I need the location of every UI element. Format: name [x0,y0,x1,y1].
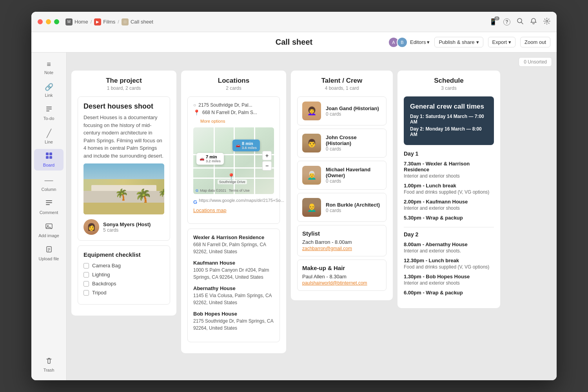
sidebar-item-trash[interactable]: Trash [34,354,64,376]
makeup-email[interactable]: paulshairworld@btinternet.com [302,280,381,286]
sidebar-item-note[interactable]: ≡ Note [34,57,64,78]
breadcrumb-home[interactable]: M Home [65,18,88,25]
talent-name-michael: Michael Haverland (Owner) [326,167,381,178]
breadcrumb: M Home / ▶ Films / □ Call sheet [65,18,153,25]
sidebar-item-board[interactable]: Board [34,149,64,171]
breadcrumb-films[interactable]: ▶ Films [94,18,115,25]
fullscreen-button[interactable] [54,19,59,24]
schedule-entry-d2-4: 6.00pm - Wrap & packup [404,290,494,296]
add-image-icon [45,223,53,232]
callsheet-icon: □ [122,18,129,25]
map-address-1: ○ 2175 Southridge Dr, Pal... [193,102,274,108]
titlebar-right: 📱 0 ? [489,18,550,26]
svg-rect-8 [46,156,49,159]
avatar-2: B [397,37,408,48]
talent-subtitle: 4 boards, 1 card [297,85,387,91]
sort-bar: 0 Unsorted [71,57,552,67]
device-badge: 0 [494,16,499,20]
day1-title: Day 1 [404,151,494,157]
talent-card-ron[interactable]: 👨‍🦲 Ron Burkle (Architect) 0 cards [297,193,387,222]
talent-card-joan[interactable]: 👩‍🦱 Joan Gand (Historian) 0 cards [297,96,387,125]
zoom-out-button[interactable]: Zoom out [520,37,550,47]
project-header: The project 1 board, 2 cards [78,77,170,91]
checklist-title: Equipment checklist [83,251,164,258]
talent-cards-michael: 0 cards [326,178,381,184]
app-window: M Home / ▶ Films / □ Call sheet 📱 0 ? [31,12,557,380]
schedule-header: Schedule 3 cards [404,77,494,91]
avatar-joan: 👩‍🦱 [302,102,321,120]
sidebar-item-upload[interactable]: Upload file [34,243,64,264]
export-button[interactable]: Export ▾ [488,37,516,47]
location-entry-4: Bob Hopes House 2175 Southridge Dr, Palm… [193,311,274,332]
device-icon[interactable]: 📱 0 [489,18,497,25]
home-label: Home [74,19,88,25]
locations-board: Locations 2 cards ○ 2175 Southridge Dr, … [181,71,286,353]
bell-icon[interactable] [530,18,537,26]
schedule-board: Schedule 3 cards General crew call times… [397,71,500,308]
settings-icon[interactable] [543,18,550,26]
main-area: ≡ Note 🔗 Link To-do ╱ Line [31,53,557,380]
publish-share-button[interactable]: Publish & share ▾ [434,37,483,47]
minimize-button[interactable] [46,19,51,24]
schedule-day1: Day 1 7.30am - Wexler & Harrison Residen… [404,151,494,221]
sidebar-item-link[interactable]: 🔗 Link [34,80,64,101]
talent-card-michael[interactable]: 👨‍🦳 Michael Haverland (Owner) 0 cards [297,161,387,190]
header-controls: A B Editors ▾ Publish & share ▾ Export ▾… [388,37,550,48]
avatar-ron: 👨‍🦲 [302,198,321,217]
sidebar-item-comment[interactable]: Comment [34,196,64,218]
project-subtitle: 1 board, 2 cards [78,85,170,91]
stylist-email[interactable]: zachbarron@gmail.com [302,246,381,251]
tripod-checkbox[interactable] [83,290,89,296]
trash-icon [45,357,53,366]
sidebar-item-line[interactable]: ╱ Line [34,125,64,147]
sidebar-item-column[interactable]: — Column [34,172,64,195]
stylist-section: Stylist Zach Barron - 8.00am zachbarron@… [297,225,387,256]
callsheet-label: Call sheet [131,19,153,25]
unsorted-button[interactable]: 0 Unsorted [519,57,552,67]
host-avatar: 👩 [83,219,99,235]
talent-name-joan: Joan Gand (Historian) [326,105,379,111]
map-container[interactable]: 🚗 7 min 3.2 miles 🚗 8 min [193,127,274,194]
locations-map-link[interactable]: Locations map [193,207,274,213]
makeup-section: Make-up & Hair Paul Allen - 8.30am pauls… [297,260,387,291]
close-button[interactable] [38,19,43,24]
editors-button[interactable]: Editors ▾ [410,39,430,45]
schedule-entry-d2-1: 8.00am - Abernathy House Interior and ex… [404,241,494,254]
schedule-entry-d1-2: 1.00pm - Lunch break Food and drinks sup… [404,183,494,195]
talent-cards-joan: 0 cards [326,111,379,117]
locations-title: Locations [187,77,280,85]
map-url: https://www.google.com/maps/dir/2175+So.… [199,198,284,203]
sidebar-item-todo[interactable]: To-do [34,102,64,124]
traffic-lights [38,19,59,24]
svg-rect-4 [46,109,52,109]
sidebar-item-add-image[interactable]: Add image [34,220,64,241]
day1-general: Day 1: Saturday 14 March — 7:00 AM [410,114,488,125]
svg-rect-3 [46,107,52,107]
location-entry-3: Abernathy House 1145 E Via Colusa, Palm … [193,285,274,306]
makeup-role: Make-up & Hair [302,265,381,271]
schedule-divider [404,227,494,227]
desert-houses-text: Desert Houses is a documentary focusing … [83,114,164,160]
backdrops-checkbox[interactable] [83,281,89,287]
svg-rect-15 [47,247,51,252]
svg-point-2 [546,20,548,22]
checklist-item-backdrops: Backdrops [83,281,164,287]
more-options-link[interactable]: More options [200,119,225,123]
talent-header: Talent / Crew 4 boards, 1 card [297,77,387,91]
talent-title: Talent / Crew [297,77,387,85]
svg-rect-6 [46,152,49,155]
zoom-in-btn[interactable]: + [262,151,272,160]
camera-checkbox[interactable] [83,263,89,269]
talent-cards-ron: 0 cards [326,208,380,213]
note-icon: ≡ [47,60,51,69]
search-icon[interactable] [517,18,524,26]
talent-board: Talent / Crew 4 boards, 1 card 👩‍🦱 Joan … [291,71,393,300]
zoom-out-btn[interactable]: − [262,161,272,171]
help-icon[interactable]: ? [503,18,510,25]
talent-card-john[interactable]: 👨 John Crosse (Historian) 0 cards [297,129,387,158]
checklist-item-lighting: Lighting [83,272,164,278]
svg-point-14 [47,225,48,227]
films-label: Films [103,19,115,25]
lighting-checkbox[interactable] [83,272,89,278]
breadcrumb-callsheet[interactable]: □ Call sheet [122,18,153,25]
